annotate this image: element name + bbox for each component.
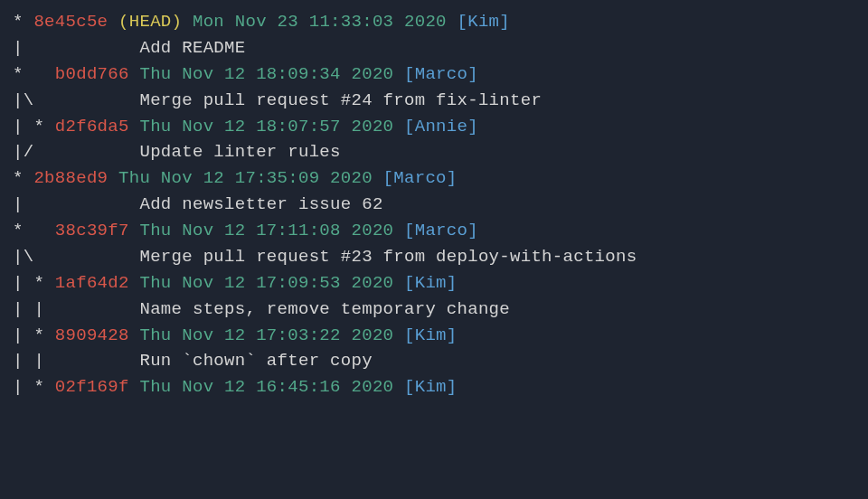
graph-segment: |/ bbox=[13, 142, 139, 162]
bracket-close: ] bbox=[447, 273, 458, 293]
commit-line: * 8e45c5e (HEAD) Mon Nov 23 11:33:03 202… bbox=[13, 9, 855, 35]
bracket-close: ] bbox=[467, 64, 478, 84]
commit-date: Thu Nov 12 17:11:08 2020 bbox=[139, 221, 393, 240]
commit-message-line: | | Name steps, remove temporary change bbox=[13, 297, 855, 323]
commit-author: Annie bbox=[415, 117, 468, 137]
commit-message: Update linter rules bbox=[139, 142, 340, 162]
bracket-close: ] bbox=[447, 325, 458, 345]
commit-date: Thu Nov 12 18:07:57 2020 bbox=[139, 117, 393, 137]
commit-date: Thu Nov 12 17:09:53 2020 bbox=[139, 273, 393, 293]
graph-segment: | * bbox=[13, 325, 55, 345]
bracket-close: ] bbox=[447, 377, 458, 397]
commit-date: Thu Nov 12 17:35:09 2020 bbox=[118, 168, 373, 188]
commit-author: Kim bbox=[415, 325, 447, 345]
bracket-close: ] bbox=[467, 117, 478, 137]
commit-line: | * 1af64d2 Thu Nov 12 17:09:53 2020 [Ki… bbox=[13, 270, 855, 297]
bracket-close: ] bbox=[499, 12, 510, 32]
commit-message-line: | Add newsletter issue 62 bbox=[13, 192, 855, 218]
git-log-output: * 8e45c5e (HEAD) Mon Nov 23 11:33:03 202… bbox=[13, 9, 855, 400]
bracket-open: [ bbox=[404, 273, 415, 293]
commit-line: | * d2f6da5 Thu Nov 12 18:07:57 2020 [An… bbox=[13, 114, 855, 140]
commit-date: Thu Nov 12 17:03:22 2020 bbox=[139, 325, 393, 345]
commit-date: Thu Nov 12 16:45:16 2020 bbox=[139, 377, 393, 397]
commit-author: Marco bbox=[415, 221, 468, 240]
commit-message-line: |\ Merge pull request #24 from fix-linte… bbox=[13, 88, 855, 114]
bracket-open: [ bbox=[383, 168, 394, 188]
commit-line: | * 8909428 Thu Nov 12 17:03:22 2020 [Ki… bbox=[13, 323, 855, 349]
graph-segment: * bbox=[13, 12, 33, 32]
commit-message-line: |/ Update linter rules bbox=[13, 139, 855, 165]
bracket-open: [ bbox=[404, 377, 415, 397]
graph-segment: * bbox=[13, 168, 33, 188]
commit-message: Run `chown` after copy bbox=[139, 351, 372, 371]
commit-hash: 1af64d2 bbox=[55, 273, 129, 293]
graph-segment: | * bbox=[13, 377, 55, 397]
bracket-open: [ bbox=[404, 64, 415, 84]
graph-segment: * bbox=[13, 221, 55, 240]
commit-author: Kim bbox=[415, 377, 447, 397]
bracket-open: [ bbox=[404, 117, 415, 137]
commit-hash: b0dd766 bbox=[55, 64, 129, 84]
commit-message: Name steps, remove temporary change bbox=[139, 299, 510, 319]
bracket-close: ] bbox=[447, 168, 458, 188]
bracket-close: ] bbox=[467, 221, 478, 240]
graph-segment: * bbox=[13, 64, 55, 84]
bracket-open: [ bbox=[404, 325, 415, 345]
graph-segment: |\ bbox=[13, 90, 139, 110]
commit-author: Marco bbox=[393, 168, 447, 188]
commit-message-line: |\ Merge pull request #23 from deploy-wi… bbox=[13, 244, 855, 270]
commit-hash: 2b88ed9 bbox=[33, 168, 108, 188]
graph-segment: | | bbox=[13, 299, 139, 319]
commit-date: Thu Nov 12 18:09:34 2020 bbox=[139, 64, 393, 84]
head-ref: (HEAD) bbox=[118, 12, 182, 32]
commit-author: Marco bbox=[415, 64, 468, 84]
bracket-open: [ bbox=[404, 221, 415, 240]
commit-line: * 38c39f7 Thu Nov 12 17:11:08 2020 [Marc… bbox=[13, 218, 855, 244]
commit-line: | * 02f169f Thu Nov 12 16:45:16 2020 [Ki… bbox=[13, 374, 855, 400]
commit-message: Add README bbox=[139, 38, 245, 58]
graph-segment: |\ bbox=[13, 247, 139, 267]
commit-message-line: | | Run `chown` after copy bbox=[13, 348, 855, 374]
graph-segment: | * bbox=[13, 117, 55, 137]
commit-hash: 38c39f7 bbox=[55, 221, 129, 240]
commit-author: Kim bbox=[415, 273, 447, 293]
commit-hash: 8909428 bbox=[55, 325, 129, 345]
commit-date: Mon Nov 23 11:33:03 2020 bbox=[193, 12, 447, 32]
commit-line: * b0dd766 Thu Nov 12 18:09:34 2020 [Marc… bbox=[13, 61, 855, 88]
commit-message: Add newsletter issue 62 bbox=[139, 194, 382, 214]
commit-message: Merge pull request #24 from fix-linter bbox=[139, 90, 542, 110]
commit-hash: d2f6da5 bbox=[55, 117, 129, 137]
graph-segment: | bbox=[13, 194, 139, 214]
graph-segment: | * bbox=[13, 273, 55, 293]
commit-hash: 02f169f bbox=[55, 377, 129, 397]
commit-author: Kim bbox=[467, 12, 499, 32]
commit-message: Merge pull request #23 from deploy-with-… bbox=[139, 247, 637, 267]
graph-segment: | bbox=[13, 38, 139, 58]
commit-line: * 2b88ed9 Thu Nov 12 17:35:09 2020 [Marc… bbox=[13, 165, 855, 192]
graph-segment: | | bbox=[13, 351, 139, 371]
bracket-open: [ bbox=[458, 12, 468, 32]
commit-hash: 8e45c5e bbox=[33, 12, 108, 32]
commit-message-line: | Add README bbox=[13, 35, 855, 61]
